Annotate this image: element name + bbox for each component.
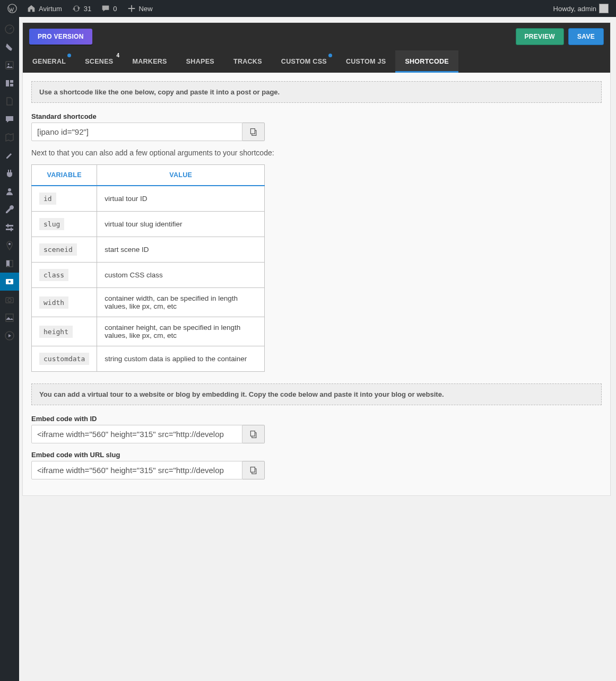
plus-icon: [127, 4, 136, 13]
tab-markers[interactable]: MARKERS: [123, 50, 176, 73]
svg-rect-8: [6, 225, 13, 226]
svg-rect-17: [6, 314, 13, 321]
label-standard-shortcode: Standard shortcode: [31, 112, 602, 120]
svg-rect-24: [250, 467, 255, 472]
menu-appearance[interactable]: [0, 146, 19, 164]
copy-icon: [249, 430, 258, 439]
tab-tracks[interactable]: TRACKS: [224, 50, 272, 73]
embed-id-input[interactable]: [31, 425, 242, 443]
tab-custom-css[interactable]: CUSTOM CSS: [272, 50, 336, 73]
menu-settings[interactable]: [0, 219, 19, 237]
copy-embed-id-button[interactable]: [242, 425, 265, 443]
menu-comments[interactable]: [0, 110, 19, 128]
menu-maps[interactable]: [0, 128, 19, 146]
home-icon: [27, 4, 36, 13]
info-shortcode: Use a shortcode like the one below, copy…: [31, 81, 602, 103]
svg-rect-9: [6, 229, 13, 230]
info-embed: You can add a virtual tour to a website …: [31, 383, 602, 405]
admin-bar: Avirtum 31 0 New Howdy, admin: [0, 0, 616, 17]
comment-icon: [101, 4, 110, 13]
table-row: sceneidstart scene ID: [32, 237, 265, 263]
th-value: VALUE: [97, 165, 265, 186]
table-row: slugvirtual tour slug identifier: [32, 212, 265, 237]
menu-book[interactable]: [0, 255, 19, 273]
account-link[interactable]: Howdy, admin: [550, 4, 612, 13]
tab-scenes[interactable]: SCENES4: [75, 50, 123, 73]
table-row: customdatastring custom data is applied …: [32, 346, 265, 372]
menu-ipano-active[interactable]: [0, 273, 19, 291]
admin-sidemenu: [0, 17, 19, 681]
tab-shortcode[interactable]: SHORTCODE: [395, 50, 458, 73]
table-row: classcustom CSS class: [32, 263, 265, 288]
menu-plugins[interactable]: [0, 164, 19, 182]
menu-posts[interactable]: [0, 38, 19, 56]
table-row: widthcontainer width, can be specified i…: [32, 288, 265, 317]
svg-point-7: [8, 188, 11, 191]
main-content: PRO VERSION PREVIEW SAVE GENERALSCENES4M…: [19, 17, 616, 681]
menu-gallery[interactable]: [0, 309, 19, 327]
howdy-text: Howdy, admin: [553, 5, 596, 13]
svg-rect-4: [6, 80, 9, 86]
updates-link[interactable]: 31: [68, 4, 94, 13]
tab-body-shortcode: Use a shortcode like the one below, copy…: [23, 73, 610, 495]
svg-rect-20: [250, 128, 255, 134]
menu-marker[interactable]: [0, 237, 19, 255]
menu-users[interactable]: [0, 182, 19, 200]
svg-point-16: [8, 299, 11, 302]
copy-shortcode-button[interactable]: [242, 123, 265, 141]
updates-count: 31: [84, 5, 91, 13]
th-variable: VARIABLE: [32, 165, 97, 186]
new-label: New: [139, 5, 153, 13]
site-link[interactable]: Avirtum: [23, 4, 65, 13]
svg-point-12: [8, 243, 11, 245]
standard-shortcode-input[interactable]: [31, 123, 242, 141]
table-row: heightcontainer height, can be specified…: [32, 317, 265, 346]
svg-rect-6: [10, 84, 13, 86]
copy-icon: [249, 128, 258, 136]
svg-rect-10: [7, 224, 8, 228]
menu-dashboard[interactable]: [0, 20, 19, 38]
site-name: Avirtum: [39, 5, 62, 13]
svg-point-14: [8, 281, 11, 283]
svg-rect-5: [10, 80, 13, 83]
wordpress-icon: [7, 4, 17, 13]
menu-play[interactable]: [0, 327, 19, 345]
copy-embed-slug-button[interactable]: [242, 461, 265, 479]
pro-version-button[interactable]: PRO VERSION: [29, 29, 92, 45]
menu-templates[interactable]: [0, 74, 19, 92]
variables-table: VARIABLE VALUE idvirtual tour IDslugvirt…: [31, 164, 265, 372]
copy-icon: [249, 466, 258, 475]
comments-link[interactable]: 0: [98, 4, 120, 13]
svg-rect-11: [11, 228, 12, 231]
avatar: [599, 4, 609, 13]
table-row: idvirtual tour ID: [32, 186, 265, 212]
editor-tabs: GENERALSCENES4MARKERSSHAPESTRACKSCUSTOM …: [23, 50, 610, 73]
tab-custom-js[interactable]: CUSTOM JS: [336, 50, 395, 73]
editor-panel: PRO VERSION PREVIEW SAVE GENERALSCENES4M…: [22, 22, 611, 496]
embed-slug-input[interactable]: [31, 461, 242, 479]
args-note: Next to that you can also add a few opti…: [31, 149, 602, 157]
panel-header: PRO VERSION PREVIEW SAVE: [23, 23, 610, 50]
svg-point-3: [8, 64, 10, 65]
preview-button[interactable]: PREVIEW: [516, 28, 564, 45]
tab-general[interactable]: GENERAL: [23, 50, 75, 73]
refresh-icon: [72, 4, 81, 13]
svg-rect-22: [250, 431, 255, 436]
wp-logo-link[interactable]: [4, 4, 20, 13]
menu-tools[interactable]: [0, 200, 19, 219]
label-embed-slug: Embed code with URL slug: [31, 451, 602, 459]
new-link[interactable]: New: [124, 4, 156, 13]
save-button[interactable]: SAVE: [568, 28, 604, 45]
comments-count: 0: [113, 5, 117, 13]
menu-media[interactable]: [0, 56, 19, 74]
menu-camera2[interactable]: [0, 291, 19, 309]
label-embed-id: Embed code with ID: [31, 415, 602, 423]
menu-pages[interactable]: [0, 92, 19, 110]
tab-shapes[interactable]: SHAPES: [177, 50, 224, 73]
